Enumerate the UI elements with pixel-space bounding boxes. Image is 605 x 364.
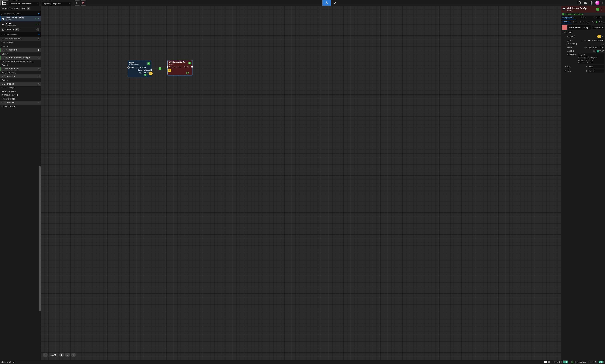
- outline-search-input[interactable]: [3, 13, 37, 15]
- changeset-select[interactable]: Exploring Properties: [41, 2, 71, 6]
- asset-record[interactable]: Record: [0, 44, 41, 48]
- asset-category-ssm[interactable]: ⌄awsAWS SSM1: [0, 67, 41, 71]
- asset-butane[interactable]: Butane: [0, 78, 41, 82]
- node-add-icon[interactable]: +: [188, 62, 191, 64]
- lab-view-button[interactable]: [331, 0, 339, 6]
- tab-actions[interactable]: Actions: [576, 16, 591, 20]
- tab-diff[interactable]: Diff: [591, 20, 596, 24]
- socket-container-image-out[interactable]: Container Image: [128, 69, 151, 71]
- svg-point-12: [5, 76, 5, 77]
- asset-hub-credential[interactable]: Hub Credential: [0, 97, 41, 101]
- tab-attributes[interactable]: Attributes: [561, 20, 572, 24]
- socket-exposed-ports[interactable]: Exposed Ports: [128, 71, 151, 74]
- tab-component[interactable]: Component✓: [561, 16, 576, 20]
- qualifications-label[interactable]: Qualifications: [575, 361, 586, 363]
- asset-secret[interactable]: Secret: [0, 63, 41, 67]
- component-add-icon[interactable]: +: [596, 8, 599, 11]
- assets-filter-icon[interactable]: ▾: [37, 33, 41, 36]
- outline-filter-icon[interactable]: ▾: [37, 12, 41, 15]
- enabled-checkbox[interactable]: ✓: [596, 50, 599, 52]
- component-name-input[interactable]: Web Server Config: [568, 25, 591, 30]
- attr-contents-value[interactable]: [Unit] Description=Nginx After=network-o…: [578, 53, 604, 64]
- svg-point-8: [591, 2, 592, 3]
- assets-help-icon[interactable]: ?: [36, 28, 39, 31]
- node-nginx[interactable]: nginxDocker Image + Docker Hub Credentia…: [128, 61, 151, 77]
- component-more-icon[interactable]: ⋮: [600, 8, 604, 11]
- svg-marker-19: [571, 361, 573, 363]
- merge-button[interactable]: [75, 0, 80, 6]
- tab-qualifications[interactable]: Qualifications: [578, 20, 591, 24]
- units-set-select[interactable]: via socket ▾: [593, 39, 604, 42]
- attr-systemd[interactable]: ⌄≡systemd 1 I: [561, 34, 605, 39]
- svg-point-3: [78, 3, 78, 3]
- attr-variant-value[interactable]: fcos: [588, 65, 604, 68]
- component-color-swatch[interactable]: [562, 25, 567, 30]
- asset-generic-frame[interactable]: Generic Frame: [0, 104, 41, 108]
- outline-item-web-server-config[interactable]: Web Server ConfigButane ＋ ✓: [0, 16, 41, 21]
- assets-scrollbar[interactable]: [39, 37, 40, 360]
- outline-count: 2: [27, 7, 30, 10]
- zoom-in-button[interactable]: +: [59, 352, 64, 357]
- assets-list[interactable]: ⌄awsAWS Route532 Hosted Zone Record ⌄aws…: [0, 37, 41, 360]
- socket-user-data[interactable]: User Data: [168, 65, 192, 68]
- attr-units[interactable]: ⌄[ ]units [1 item] set: via socket ▾: [561, 39, 605, 42]
- asset-category-s3[interactable]: ⌄awsAWS S31: [0, 48, 41, 52]
- diff-wave-icon[interactable]: 〰: [544, 361, 547, 364]
- workspace-select[interactable]: adam's dev workspace: [9, 2, 39, 6]
- tab-code[interactable]: Code: [572, 20, 578, 24]
- assets-header: ASSETS 81 ?: [0, 27, 41, 32]
- asset-hosted-zone[interactable]: Hosted Zone: [0, 41, 41, 44]
- attr-name-value[interactable]: nginx.service: [588, 46, 604, 49]
- diagram-canvas[interactable]: nginxDocker Image + Docker Hub Credentia…: [41, 6, 561, 360]
- user-menu-chevron-icon[interactable]: ▾: [602, 2, 603, 4]
- connection-midpoint[interactable]: [159, 67, 161, 70]
- zoom-out-button[interactable]: −: [43, 352, 48, 357]
- asset-bucket[interactable]: Bucket: [0, 52, 41, 56]
- delete-changeset-button[interactable]: [81, 0, 86, 6]
- asset-ssm-parameter[interactable]: SSM Parameter: [0, 71, 41, 75]
- plus-icon: ＋: [35, 23, 37, 26]
- attr-version-value[interactable]: 1.4.0: [588, 69, 604, 73]
- attr-unit0[interactable]: ⌄↳ ≡unit[0] f(x): [561, 42, 605, 45]
- asset-ghcr-credential[interactable]: GHCR Credential: [0, 93, 41, 97]
- diff-total-box[interactable]: Total: 2: [553, 361, 562, 364]
- user-avatar[interactable]: [595, 1, 599, 5]
- diff-label[interactable]: Diff: [548, 361, 551, 363]
- docker-type-icon: [1, 23, 4, 26]
- asset-docker-image[interactable]: Docker Image: [0, 86, 41, 90]
- tab-resource[interactable]: Resource: [590, 16, 605, 20]
- search-icon: ⌕: [0, 12, 3, 15]
- zoom-value[interactable]: 100%: [49, 353, 58, 357]
- asset-category-coreos[interactable]: ⌄CoreOS1: [0, 75, 41, 78]
- app-logo[interactable]: [0, 0, 8, 5]
- qualifications-icon: [571, 361, 574, 364]
- zoom-fit-button[interactable]: [71, 352, 76, 357]
- assets-search-input[interactable]: [3, 33, 37, 36]
- component-type-select[interactable]: Compon...▾: [592, 26, 604, 29]
- socket-docker-hub-credential[interactable]: Docker Hub Credential: [128, 66, 151, 69]
- qual-total-box[interactable]: Total: 2: [588, 361, 597, 364]
- node-add-icon[interactable]: +: [147, 62, 150, 65]
- qual-passed-box[interactable]: ✓ 2: [598, 361, 604, 364]
- settings-icon[interactable]: [590, 1, 593, 5]
- tab-debug[interactable]: Debug: [598, 20, 605, 24]
- discord-icon[interactable]: [584, 1, 587, 5]
- diagram-view-button[interactable]: [323, 0, 331, 6]
- plus-icon: ＋: [35, 17, 37, 20]
- attr-contents: contentsf(x) [Unit] Description=Nginx Af…: [561, 53, 605, 65]
- component-primary-tabs: Component✓ Actions Resource: [561, 16, 605, 20]
- diagram-outline-header: DIAGRAM OUTLINE 2: [0, 6, 41, 12]
- attr-domain[interactable]: ⌄≡domain: [561, 31, 605, 34]
- asset-category-frames[interactable]: ⌄Frames1: [0, 101, 41, 104]
- outline-item-nginx[interactable]: nginxDocker Image ＋ ✓: [0, 21, 41, 27]
- asset-category-route53[interactable]: ⌄awsAWS Route532: [0, 37, 41, 41]
- diff-changed-box[interactable]: ＋ 2: [563, 361, 568, 364]
- asset-secret-string[interactable]: AWS SecretsManager Secret String: [0, 60, 41, 63]
- asset-ecr-credential[interactable]: ECR Credential: [0, 90, 41, 93]
- asset-category-secretsmanager[interactable]: ⌄awsAWS SecretsManager2: [0, 56, 41, 60]
- asset-category-docker[interactable]: ⌄Docker4: [0, 82, 41, 86]
- node-web-server-config[interactable]: Web Server ConfigButane + Container Imag…: [167, 60, 192, 75]
- zoom-help-button[interactable]: ?: [65, 352, 70, 357]
- help-icon[interactable]: [578, 1, 581, 5]
- tab-add-icon[interactable]: +: [596, 21, 597, 23]
